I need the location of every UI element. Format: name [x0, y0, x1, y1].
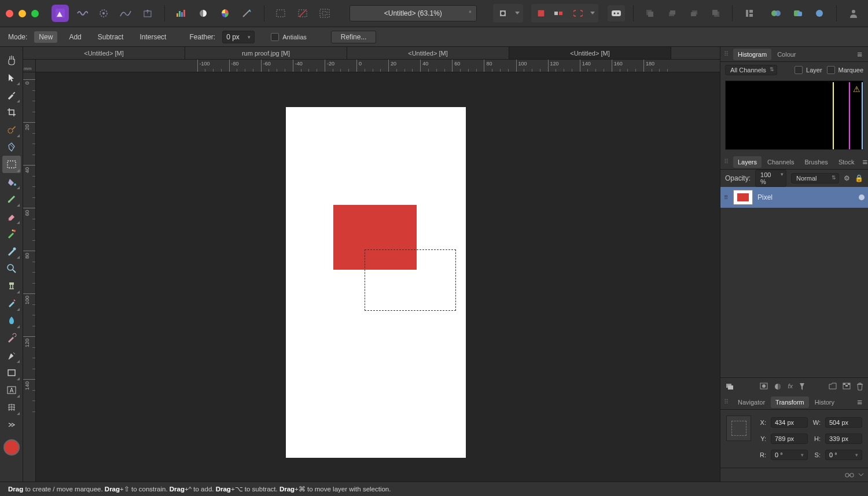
move-tool[interactable] [2, 69, 21, 86]
move-back-button[interactable] [642, 5, 659, 21]
colour-picker-tool[interactable] [2, 86, 21, 104]
delete-layer-button[interactable] [856, 383, 863, 391]
snapping-toggle[interactable] [569, 5, 587, 21]
brushes-tab[interactable]: Brushes [800, 156, 833, 168]
rectangle-tool[interactable] [2, 364, 21, 381]
x-input[interactable]: 434 px [771, 417, 808, 428]
selection-brush-tool[interactable] [2, 121, 21, 138]
view-tool[interactable] [2, 52, 21, 69]
arrange-button[interactable] [741, 5, 758, 21]
panel-grip-icon[interactable]: ⠿ [724, 158, 729, 166]
undo-brush-tool[interactable] [2, 329, 21, 347]
select-all-button[interactable] [273, 5, 290, 21]
add-mask-button[interactable] [760, 383, 768, 391]
transform-tab[interactable]: Transform [771, 396, 809, 408]
paint-brush-tool[interactable] [2, 190, 21, 208]
develop-persona-button[interactable] [95, 5, 112, 21]
addons-button[interactable] [789, 5, 807, 21]
mode-intersect-button[interactable]: Intersect [135, 31, 171, 43]
stock-tab[interactable]: Stock [834, 156, 859, 168]
merge-layers-button[interactable] [725, 383, 734, 391]
histogram-marquee-checkbox[interactable]: Marquee [827, 66, 863, 74]
panel-menu-button[interactable]: ≡ [860, 157, 868, 167]
tonemap-persona-button[interactable] [117, 5, 134, 21]
flood-fill-tool[interactable] [2, 173, 21, 190]
layer-visibility-toggle[interactable] [859, 194, 865, 200]
mode-subtract-button[interactable]: Subtract [93, 31, 128, 43]
move-forward-button[interactable] [685, 5, 703, 21]
minimize-window-button[interactable] [19, 10, 26, 17]
blend-mode-dropdown[interactable]: Normal⇅ [791, 173, 839, 183]
text-tool[interactable]: A [2, 381, 21, 399]
fullscreen-window-button[interactable] [31, 10, 39, 17]
mesh-warp-tool[interactable] [2, 399, 21, 416]
export-persona-button[interactable] [139, 5, 156, 21]
close-window-button[interactable] [6, 10, 13, 17]
expand-tools-button[interactable] [2, 416, 21, 433]
opacity-input[interactable]: 100 %▾ [755, 170, 786, 187]
crop-tool[interactable] [2, 104, 21, 121]
quick-mask-button[interactable] [494, 5, 512, 21]
add-live-filter-button[interactable] [799, 383, 806, 391]
rectangular-marquee-tool[interactable] [2, 156, 21, 173]
vertical-ruler[interactable]: 020406080100120140 [23, 72, 36, 482]
histogram-tab[interactable]: Histogram [733, 49, 771, 60]
auto-colours-button[interactable] [216, 5, 234, 21]
add-pixel-layer-button[interactable] [843, 383, 851, 391]
layers-tab[interactable]: Layers [733, 156, 762, 168]
y-input[interactable]: 789 px [771, 433, 808, 444]
invert-selection-button[interactable] [316, 5, 333, 21]
dodge-brush-tool[interactable] [2, 243, 21, 260]
erase-brush-tool[interactable] [2, 208, 21, 225]
history-tab[interactable]: History [810, 396, 839, 408]
panel-grip-icon[interactable]: ⠿ [724, 398, 729, 406]
r-input[interactable]: 0 °▾ [771, 450, 808, 460]
pen-tool[interactable] [2, 347, 21, 364]
layer-thumbnail[interactable] [733, 190, 753, 205]
document-tab[interactable]: <Untitled> [M] [23, 47, 185, 59]
move-backward-button[interactable] [663, 5, 681, 21]
transform-anchor-widget[interactable] [726, 416, 751, 441]
foreground-colour-swatch[interactable] [3, 439, 20, 455]
layer-grip-icon[interactable]: ⠿ [724, 194, 729, 201]
stock-button[interactable] [767, 5, 785, 21]
group-layers-button[interactable] [829, 383, 837, 391]
h-input[interactable]: 339 px [825, 433, 862, 444]
account-button[interactable] [845, 5, 862, 21]
flood-select-tool[interactable] [2, 138, 21, 156]
panel-menu-button[interactable]: ≡ [855, 49, 865, 59]
smudge-brush-tool[interactable] [2, 312, 21, 329]
link-dimensions-button[interactable] [845, 472, 854, 479]
document-title[interactable]: <Untitled> (63.1%) * [350, 5, 477, 21]
document-tab[interactable]: <Untitled> [M] [509, 47, 671, 59]
antialias-checkbox[interactable]: Antialias [271, 33, 307, 41]
colour-tab[interactable]: Colour [773, 49, 800, 60]
panel-grip-icon[interactable]: ⠿ [724, 50, 729, 58]
document-tab[interactable]: <Untitled> [M] [347, 47, 509, 59]
layers-lock-icon[interactable]: 🔒 [855, 174, 863, 182]
refine-button[interactable]: Refine... [331, 31, 377, 43]
selection-marquee[interactable] [365, 249, 456, 311]
canvas-viewport[interactable] [36, 72, 720, 482]
inpainting-brush-tool[interactable] [2, 295, 21, 312]
layer-name-label[interactable]: Pixel [757, 193, 773, 201]
help-button[interactable] [811, 5, 829, 21]
add-fx-button[interactable]: fx [788, 383, 793, 391]
clone-brush-tool[interactable] [2, 277, 21, 295]
s-input[interactable]: 0 °▾ [825, 450, 862, 460]
w-input[interactable]: 504 px [825, 417, 862, 428]
snapping-dropdown[interactable] [588, 5, 597, 21]
liquify-persona-button[interactable] [73, 5, 91, 21]
auto-levels-button[interactable] [173, 5, 190, 21]
grid-toggle[interactable] [532, 5, 550, 21]
assistant-button[interactable] [608, 5, 625, 21]
layers-settings-icon[interactable]: ⚙ [844, 174, 850, 182]
feather-input[interactable]: 0 px ▾ [222, 31, 255, 43]
auto-contrast-button[interactable] [194, 5, 212, 21]
panel-menu-button[interactable]: ≡ [855, 397, 865, 407]
quick-mask-dropdown[interactable] [513, 5, 522, 21]
navigator-tab[interactable]: Navigator [733, 396, 770, 408]
zoom-tool[interactable] [2, 260, 21, 277]
histogram-layer-checkbox[interactable]: Layer [795, 66, 822, 74]
horizontal-ruler[interactable]: -100-80-60-40-20020406080100120140160180 [36, 60, 720, 72]
